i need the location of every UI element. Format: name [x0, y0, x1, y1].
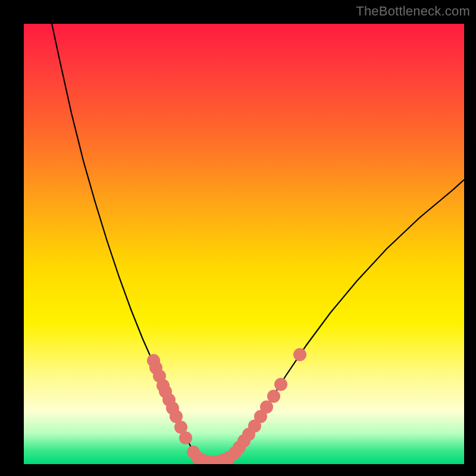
- data-point: [274, 378, 287, 391]
- data-point: [293, 348, 306, 361]
- plot-area: [24, 24, 464, 464]
- watermark-text: TheBottleneck.com: [356, 4, 470, 19]
- chart-svg: [24, 24, 464, 464]
- curve-left-curve: [51, 24, 196, 457]
- curve-layer: [51, 24, 464, 462]
- data-point: [179, 431, 192, 444]
- data-point: [267, 390, 280, 403]
- points-layer: [147, 348, 306, 464]
- data-point: [260, 400, 273, 414]
- chart-frame: TheBottleneck.com: [0, 0, 476, 476]
